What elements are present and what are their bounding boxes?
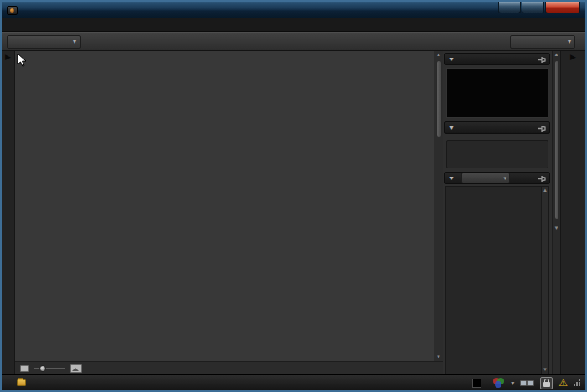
chevron-down-icon[interactable]: ▾: [511, 379, 514, 387]
warning-icon[interactable]: ⚠: [558, 378, 568, 388]
layer-select[interactable]: ▾: [510, 35, 575, 49]
tools-panel: ▼ ▼ ▼: [443, 51, 552, 374]
scroll-up-icon[interactable]: ▲: [554, 51, 559, 59]
folder-icon: [17, 379, 26, 386]
grid-scrollbar[interactable]: ▲ ▼: [434, 51, 443, 361]
presets-tree: [446, 187, 541, 374]
right-tab-strip: ▶: [560, 51, 585, 374]
browse-grid-column: ▲ ▼: [15, 51, 443, 374]
histogram-canvas: [446, 68, 548, 118]
pin-icon[interactable]: [538, 52, 546, 67]
scrollbar-thumb[interactable]: [436, 60, 442, 137]
keywords-input[interactable]: [446, 140, 548, 168]
collapse-triangle-icon[interactable]: ▼: [449, 175, 455, 181]
toolbar: ▾ ▾: [2, 32, 585, 51]
title-bar[interactable]: [2, 2, 585, 18]
scroll-down-icon[interactable]: ▼: [436, 353, 441, 361]
thumbnail-size-slider[interactable]: [34, 368, 65, 369]
histogram-header[interactable]: ▼: [444, 53, 550, 65]
dual-display-icon[interactable]: [520, 380, 534, 386]
chevron-down-icon: ▾: [73, 38, 76, 45]
thumbnail-grid: [15, 51, 434, 361]
basic-adjustments-header[interactable]: ▼: [444, 121, 550, 134]
lock-icon[interactable]: [540, 377, 553, 389]
app-icon: [7, 6, 18, 15]
color-sample-swatch: [472, 379, 481, 388]
presets-scrollbar[interactable]: ▲ ▼: [541, 187, 548, 374]
scroll-down-icon[interactable]: ▼: [554, 224, 559, 232]
chevron-down-icon: ▾: [503, 175, 506, 182]
presets-filter-select[interactable]: ▾: [461, 173, 510, 183]
pin-icon[interactable]: [538, 171, 546, 186]
scrollbar-thumb[interactable]: [554, 60, 559, 219]
panel-collapse-arrow[interactable]: ▶: [5, 54, 11, 61]
sort-field-select[interactable]: ▾: [7, 35, 81, 49]
chevron-down-icon: ▾: [568, 38, 571, 45]
pin-icon[interactable]: [538, 121, 546, 136]
slider-handle[interactable]: [39, 365, 46, 372]
panel-scrollbar[interactable]: ▲ ▼: [552, 51, 560, 374]
maximize-button[interactable]: [522, 2, 544, 13]
app-window: ▾ ▾ ▶ ▲ ▼: [0, 0, 587, 392]
panel-collapse-arrow[interactable]: ▶: [570, 54, 576, 61]
presets-header[interactable]: ▼ ▾: [444, 172, 550, 184]
minimize-button[interactable]: [498, 2, 521, 13]
thumbnail-zoom-strip: [15, 361, 443, 374]
presets-section: ▼ ▾ ▲ ▼: [444, 172, 550, 374]
resize-grip[interactable]: [574, 379, 580, 386]
large-thumbnails-icon[interactable]: [70, 364, 82, 373]
collapse-triangle-icon[interactable]: ▼: [449, 125, 455, 131]
collapse-triangle-icon[interactable]: ▼: [449, 56, 455, 62]
scroll-up-icon[interactable]: ▲: [543, 187, 548, 194]
close-button[interactable]: [545, 2, 580, 13]
scroll-up-icon[interactable]: ▲: [436, 51, 441, 59]
scroll-down-icon[interactable]: ▼: [543, 366, 548, 374]
status-bar: ▾ ⚠: [2, 374, 585, 390]
small-thumbnails-icon[interactable]: [20, 365, 29, 372]
color-management-icon[interactable]: [493, 378, 505, 388]
menu-bar: [2, 18, 585, 32]
left-tab-strip: ▶: [2, 51, 15, 374]
